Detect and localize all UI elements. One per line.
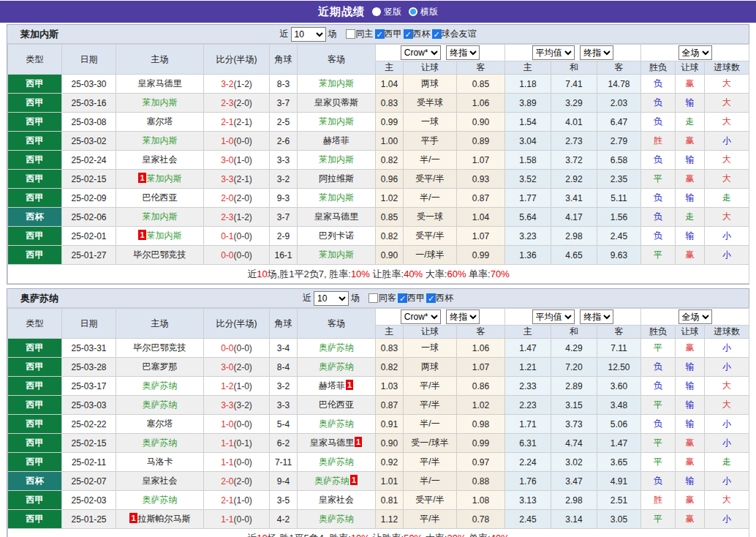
filter-checkbox[interactable]: 同客 bbox=[365, 292, 396, 304]
odds-company-select[interactable]: Crow* bbox=[401, 309, 441, 324]
away-team-cell[interactable]: 皇家马德里1 bbox=[298, 434, 376, 453]
home-team-name: 奥萨苏纳 bbox=[143, 380, 178, 391]
away-team-cell[interactable]: 奥萨苏纳 bbox=[298, 510, 376, 529]
avg-home-odds: 5.64 bbox=[505, 208, 551, 227]
home-team-cell[interactable]: 奥萨苏纳 bbox=[116, 377, 204, 396]
home-team-cell[interactable]: 巴伦西亚 bbox=[116, 189, 204, 208]
odds-final-select[interactable]: 终指 bbox=[446, 45, 480, 60]
column-header-winloss: 胜负 bbox=[641, 326, 676, 339]
home-team-cell[interactable]: 莱加内斯 bbox=[116, 132, 204, 151]
avg-select[interactable]: 平均值 bbox=[532, 45, 575, 60]
result-winloss: 负 bbox=[641, 94, 676, 113]
away-odds: 1.04 bbox=[457, 208, 505, 227]
filter-checkbox[interactable]: 同主 bbox=[342, 28, 374, 40]
away-team-name: 奥萨苏纳 bbox=[319, 457, 354, 467]
avg-draw-odds: 2.73 bbox=[551, 132, 597, 151]
away-team-cell[interactable]: 皇家马德里 bbox=[298, 208, 376, 227]
home-team-cell[interactable]: 奥萨苏纳 bbox=[116, 434, 204, 453]
away-team-cell[interactable]: 莱加内斯 bbox=[298, 189, 376, 208]
handicap-line: 受半球 bbox=[404, 94, 457, 113]
corner-count: 3-3 bbox=[270, 151, 298, 170]
away-team-cell[interactable]: 赫塔菲 bbox=[298, 132, 376, 151]
home-team-cell[interactable]: 奥萨苏纳 bbox=[116, 491, 204, 510]
match-row: 西甲 25-02-03 奥萨苏纳 2-1(1-0) 3-5 皇家社会 0.81 … bbox=[8, 491, 749, 510]
match-row: 西甲 25-03-17 奥萨苏纳 1-2(1-0) 3-2 赫塔菲1 1.03 … bbox=[8, 377, 749, 396]
team-name: 奥萨苏纳 bbox=[20, 292, 58, 305]
home-team-cell[interactable]: 毕尔巴鄂竞技 bbox=[116, 339, 204, 358]
home-team-cell[interactable]: 巴塞罗那 bbox=[116, 358, 204, 377]
away-team-cell[interactable]: 阿拉维斯 bbox=[298, 170, 376, 189]
full-time-score: 2-0 bbox=[221, 193, 233, 203]
recent-count-select[interactable]: 10 bbox=[291, 27, 326, 42]
away-team-cell[interactable]: 巴伦西亚 bbox=[298, 396, 376, 415]
home-team-cell[interactable]: 皇家社会 bbox=[116, 151, 204, 170]
away-team-cell[interactable]: 莱加内斯 bbox=[298, 113, 376, 132]
filter-checkbox[interactable]: ✓西杯 bbox=[425, 292, 453, 304]
odds-company-select[interactable]: Crow* bbox=[401, 45, 441, 60]
result-winloss: 负 bbox=[641, 472, 676, 491]
filter-checkbox[interactable]: ✓西甲 bbox=[374, 28, 402, 40]
home-team-cell[interactable]: 塞尔塔 bbox=[116, 113, 204, 132]
away-team-cell[interactable]: 奥萨苏纳 bbox=[298, 415, 376, 434]
corner-count: 5-4 bbox=[270, 415, 298, 434]
home-team-cell[interactable]: 马洛卡 bbox=[116, 453, 204, 472]
recent-count-select[interactable]: 10 bbox=[314, 291, 349, 306]
column-header-score: 比分(半场) bbox=[204, 45, 270, 75]
away-team-cell[interactable]: 巴列卡诺 bbox=[298, 227, 376, 246]
home-team-cell[interactable]: 1拉斯帕尔马斯 bbox=[116, 510, 204, 529]
corner-count: 8-3 bbox=[270, 75, 298, 94]
avg-final-select[interactable]: 终指 bbox=[580, 45, 613, 60]
away-team-cell[interactable]: 皇家贝蒂斯 bbox=[298, 94, 376, 113]
away-odds: 0.87 bbox=[457, 189, 505, 208]
corner-count: 2-6 bbox=[270, 132, 298, 151]
away-team-cell[interactable]: 奥萨苏纳1 bbox=[298, 472, 376, 491]
title-bar: 近期战绩 竖版 横版 bbox=[0, 1, 756, 23]
home-team-name: 皇家马德里 bbox=[138, 78, 182, 89]
home-team-cell[interactable]: 皇家马德里 bbox=[116, 75, 204, 94]
home-team-cell[interactable]: 塞尔塔 bbox=[116, 415, 204, 434]
avg-final-select[interactable]: 终指 bbox=[580, 309, 613, 324]
home-team-cell[interactable]: 莱加内斯 bbox=[116, 208, 204, 227]
away-team-cell[interactable]: 莱加内斯 bbox=[298, 246, 376, 265]
home-team-cell[interactable]: 毕尔巴鄂竞技 bbox=[116, 246, 204, 265]
avg-select[interactable]: 平均值 bbox=[532, 309, 575, 324]
result-handicap: 输 bbox=[676, 227, 705, 246]
filter-checkbox[interactable]: ✓西甲 bbox=[396, 292, 425, 304]
summary-text: 单率: bbox=[466, 533, 490, 537]
home-team-cell[interactable]: 1莱加内斯 bbox=[116, 227, 204, 246]
away-odds: 0.85 bbox=[457, 75, 505, 94]
scope-select[interactable]: 全场 bbox=[678, 45, 712, 60]
avg-away-odds: 1.56 bbox=[597, 208, 641, 227]
matches-body: 西甲 25-03-31 毕尔巴鄂竞技 0-0(0-0) 3-4 奥萨苏纳 0.8… bbox=[8, 339, 749, 529]
radio-vertical[interactable]: 竖版 bbox=[372, 6, 401, 18]
home-team-cell[interactable]: 皇家社会 bbox=[116, 472, 204, 491]
home-team-name: 毕尔巴鄂竞技 bbox=[134, 342, 186, 353]
away-team-cell[interactable]: 皇家社会 bbox=[298, 491, 376, 510]
result-handicap: 赢 bbox=[676, 132, 705, 151]
summary-text: 场,胜1平5负4, 胜率: bbox=[268, 533, 351, 537]
away-team-cell[interactable]: 奥萨苏纳 bbox=[298, 453, 376, 472]
sections-container: 莱加内斯 近 10 场 同主✓西甲✓西杯✓球会友谊 类型 日期 主场 bbox=[0, 24, 756, 537]
handicap-line: 受平/半 bbox=[404, 170, 457, 189]
home-team-cell[interactable]: 1莱加内斯 bbox=[116, 170, 204, 189]
away-team-cell[interactable]: 奥萨苏纳 bbox=[298, 358, 376, 377]
result-handicap: 输 bbox=[676, 472, 705, 491]
home-team-cell[interactable]: 莱加内斯 bbox=[116, 94, 204, 113]
half-time-score: (0-0) bbox=[234, 136, 252, 146]
radio-horizontal[interactable]: 横版 bbox=[409, 6, 438, 18]
odds-final-select[interactable]: 终指 bbox=[446, 309, 480, 324]
result-handicap: 输 bbox=[676, 396, 705, 415]
result-goals: 小 bbox=[705, 132, 749, 151]
filter-checkbox[interactable]: ✓西杯 bbox=[402, 28, 431, 40]
home-team-cell[interactable]: 奥萨苏纳 bbox=[116, 396, 204, 415]
result-goals: 小 bbox=[705, 358, 749, 377]
filter-checkbox[interactable]: ✓球会友谊 bbox=[431, 28, 477, 40]
away-team-cell[interactable]: 赫塔菲1 bbox=[298, 377, 376, 396]
away-team-cell[interactable]: 莱加内斯 bbox=[298, 75, 376, 94]
checkbox-icon: ✓ bbox=[426, 293, 436, 303]
avg-away-odds: 2.51 bbox=[597, 491, 641, 510]
away-team-cell[interactable]: 莱加内斯 bbox=[298, 151, 376, 170]
away-team-cell[interactable]: 奥萨苏纳 bbox=[298, 339, 376, 358]
scope-select[interactable]: 全场 bbox=[678, 309, 712, 324]
summary-line: 近10场,胜1平2负7, 胜率:10% 让胜率:40% 大率:60% 单率:70… bbox=[8, 265, 749, 284]
